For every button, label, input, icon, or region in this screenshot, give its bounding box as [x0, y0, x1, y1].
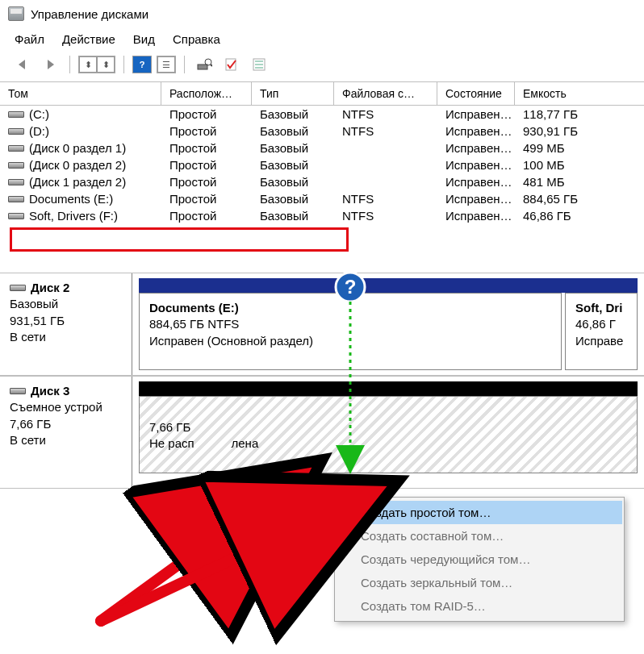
menu-create-raid5: Создать том RAID-5… [337, 594, 622, 618]
disk-icon [10, 388, 26, 394]
col-capacity[interactable]: Емкость [515, 82, 644, 105]
disk2-type: Базовый [10, 296, 122, 312]
menu-create-spanned: Создать составной том… [337, 524, 622, 548]
svg-point-1 [205, 59, 211, 65]
svg-line-2 [211, 65, 212, 66]
red-arrow [101, 506, 258, 621]
toolbar-separator [123, 56, 124, 73]
volume-name: (D:) [29, 124, 49, 138]
menu-help[interactable]: Справка [173, 32, 220, 46]
volume-name: (Диск 1 раздел 2) [29, 175, 126, 189]
table-row[interactable]: (C:)ПростойБазовыйNTFSИсправен…118,77 ГБ [0, 106, 644, 123]
partition-state: Исправе [575, 333, 627, 349]
toolbar-separator [184, 56, 185, 73]
volume-icon [8, 145, 24, 152]
red-arrow [101, 514, 327, 621]
help-button[interactable]: ? [132, 56, 152, 73]
disk3-status: В сети [10, 432, 122, 448]
volume-name: Documents (E:) [29, 192, 113, 206]
col-filesystem[interactable]: Файловая с… [334, 82, 437, 105]
volume-icon [8, 179, 24, 185]
col-layout[interactable]: Располож… [161, 82, 252, 105]
disk2-partition-f[interactable]: Soft, Dri 46,86 Г Исправе [565, 293, 638, 370]
disk2-status: В сети [10, 329, 122, 345]
app-icon [8, 6, 24, 21]
disk2-partition-e[interactable]: Documents (E:) 884,65 ГБ NTFS Исправен (… [139, 293, 562, 370]
partition-state: Исправен (Основной раздел) [149, 333, 551, 349]
table-row[interactable]: Documents (E:)ПростойБазовыйNTFSИсправен… [0, 190, 644, 207]
svg-rect-3 [226, 59, 236, 70]
view-button[interactable]: ☰ [157, 56, 176, 73]
volume-icon [8, 213, 24, 219]
col-type[interactable]: Тип [252, 82, 334, 105]
back-button[interactable] [11, 56, 34, 73]
volume-icon [8, 111, 24, 118]
menu-create-mirror: Создать зеркальный том… [337, 571, 622, 594]
disk3-unallocated[interactable]: 7,66 ГБ Не расп лена [139, 396, 638, 473]
window-title: Управление дисками [31, 7, 148, 21]
partition-name: Documents (E:) [149, 300, 551, 316]
volume-name: (Диск 0 раздел 1) [29, 141, 126, 155]
toolbar-separator [69, 56, 70, 73]
disk3-stripe [139, 381, 638, 396]
volume-name: (C:) [29, 107, 49, 121]
table-row[interactable]: Soft, Drivers (F:)ПростойБазовыйNTFSИспр… [0, 207, 644, 224]
table-row[interactable]: (D:)ПростойБазовыйNTFSИсправен…930,91 ГБ [0, 123, 644, 140]
table-header: Том Располож… Тип Файловая с… Состояние … [0, 82, 644, 106]
context-menu: Создать простой том… Создать составной т… [334, 497, 625, 622]
partition-desc: 884,65 ГБ NTFS [149, 316, 551, 332]
menu-action[interactable]: Действие [62, 32, 115, 46]
partition-state: Не расп лена [149, 435, 627, 452]
toolbar: ⬍⬍ ? ☰ [0, 52, 644, 81]
col-state[interactable]: Состояние [437, 82, 515, 105]
disk3-info[interactable]: Диск 3 Съемное устрой 7,66 ГБ В сети [0, 377, 132, 488]
menu-file[interactable]: Файл [15, 32, 44, 46]
panes-button[interactable]: ⬍⬍ [78, 56, 115, 73]
volume-table: Том Располож… Тип Файловая с… Состояние … [0, 81, 644, 252]
volume-icon [8, 196, 24, 202]
disk2-label: Диск 2 [31, 280, 69, 296]
disk-icon [10, 285, 26, 291]
forward-button[interactable] [39, 56, 61, 73]
check-icon[interactable] [220, 56, 243, 73]
volume-name: Soft, Drivers (F:) [29, 209, 118, 223]
volume-icon [8, 128, 24, 135]
volume-icon [8, 162, 24, 169]
disk2-stripe [139, 278, 638, 293]
titlebar: Управление дисками [0, 0, 644, 27]
table-row[interactable]: (Диск 0 раздел 1)ПростойБазовыйИсправен…… [0, 140, 644, 156]
table-row[interactable]: (Диск 0 раздел 2)ПростойБазовыйИсправен…… [0, 156, 644, 173]
partition-size: 7,66 ГБ [149, 419, 627, 435]
menu-create-striped: Создать чередующийся том… [337, 548, 622, 571]
menu-create-simple[interactable]: Создать простой том… [337, 501, 622, 524]
disk3-panel: Диск 3 Съемное устрой 7,66 ГБ В сети 7,6… [0, 376, 644, 489]
svg-rect-0 [198, 65, 207, 69]
menubar: Файл Действие Вид Справка [0, 27, 644, 52]
scan-disk-icon[interactable] [193, 56, 215, 73]
menu-view[interactable]: Вид [133, 32, 155, 46]
disk3-label: Диск 3 [31, 383, 69, 399]
partition-name: Soft, Dri [575, 300, 627, 316]
disk3-size: 7,66 ГБ [10, 416, 122, 432]
table-row[interactable]: (Диск 1 раздел 2)ПростойБазовыйИсправен…… [0, 173, 644, 190]
disk2-info[interactable]: Диск 2 Базовый 931,51 ГБ В сети [0, 273, 132, 375]
col-tom[interactable]: Том [0, 82, 161, 105]
list-check-icon[interactable] [248, 56, 270, 73]
disk3-type: Съемное устрой [10, 399, 122, 415]
volume-name: (Диск 0 раздел 2) [29, 158, 126, 172]
partition-desc: 46,86 Г [575, 316, 627, 332]
disk2-panel: Диск 2 Базовый 931,51 ГБ В сети Document… [0, 273, 644, 376]
highlight-box [10, 227, 349, 252]
disk2-size: 931,51 ГБ [10, 313, 122, 329]
